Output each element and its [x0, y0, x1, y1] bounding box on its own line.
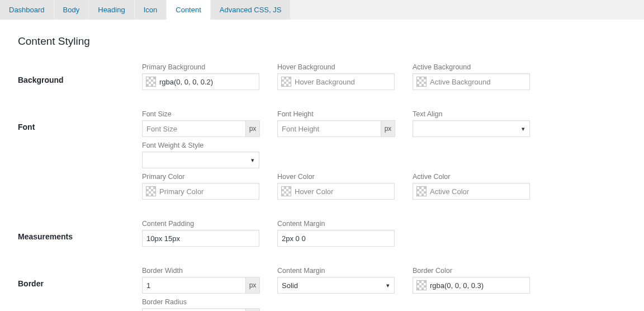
checker-swatch-icon	[146, 186, 156, 196]
label-font-height: Font Height	[277, 110, 413, 118]
panel-title: Content Styling	[18, 35, 626, 48]
content-margin-input[interactable]	[277, 230, 395, 247]
font-height-input[interactable]	[277, 120, 381, 137]
section-label-border: Border	[18, 267, 142, 288]
tab-icon[interactable]: Icon	[135, 0, 167, 20]
active-color-input[interactable]	[430, 187, 526, 196]
primary-color-input[interactable]	[159, 187, 255, 196]
border-style-select[interactable]: Solid	[277, 277, 395, 294]
unit-px: px	[245, 120, 260, 137]
label-border-style: Content Margin	[277, 267, 413, 275]
section-background: Background Primary Background Hover Back…	[18, 63, 626, 95]
checker-swatch-icon	[416, 186, 427, 196]
content-padding-input[interactable]	[142, 230, 259, 247]
label-hover-color: Hover Color	[277, 173, 413, 181]
active-background-input[interactable]	[430, 78, 526, 86]
tab-body[interactable]: Body	[54, 0, 89, 20]
section-font: Font Font Size px Font Height px Text Al…	[18, 110, 626, 204]
border-color-input[interactable]	[430, 281, 526, 290]
active-background-field[interactable]	[413, 73, 530, 90]
font-size-input[interactable]	[142, 120, 245, 137]
unit-px: px	[381, 120, 395, 137]
checker-swatch-icon	[416, 77, 427, 87]
active-color-field[interactable]	[413, 183, 530, 200]
border-radius-input[interactable]	[142, 308, 245, 311]
border-color-field[interactable]	[413, 277, 530, 294]
tab-advanced[interactable]: Advanced CSS, JS	[211, 0, 291, 20]
checker-swatch-icon	[416, 280, 427, 290]
label-primary-background: Primary Background	[142, 63, 277, 71]
hover-background-input[interactable]	[295, 78, 391, 86]
border-width-input[interactable]	[142, 277, 245, 294]
label-content-padding: Content Padding	[142, 220, 277, 228]
tab-bar: Dashboard Body Heading Icon Content Adva…	[0, 0, 644, 20]
hover-color-input[interactable]	[295, 187, 391, 196]
primary-color-field[interactable]	[142, 183, 259, 200]
label-border-color: Border Color	[413, 267, 548, 275]
tab-content[interactable]: Content	[167, 0, 210, 20]
checker-swatch-icon	[281, 186, 291, 196]
section-label-measurements: Measurements	[18, 220, 142, 241]
label-active-color: Active Color	[413, 173, 548, 181]
panel-content-styling: Content Styling Background Primary Backg…	[0, 20, 644, 311]
section-label-font: Font	[18, 110, 142, 131]
label-font-size: Font Size	[142, 110, 277, 118]
hover-background-field[interactable]	[277, 73, 395, 90]
label-hover-background: Hover Background	[277, 63, 413, 71]
section-label-background: Background	[18, 63, 142, 84]
unit-px: px	[245, 277, 260, 294]
label-active-background: Active Background	[413, 63, 548, 71]
section-border: Border Border Width px Content Margin So…	[18, 267, 626, 311]
label-content-margin: Content Margin	[277, 220, 413, 228]
font-weight-style-select[interactable]	[142, 152, 259, 168]
section-measurements: Measurements Content Padding Content Mar…	[18, 220, 626, 251]
hover-color-field[interactable]	[277, 183, 395, 200]
label-border-width: Border Width	[142, 267, 277, 275]
tab-dashboard[interactable]: Dashboard	[0, 0, 54, 20]
checker-swatch-icon	[281, 77, 291, 87]
label-text-align: Text Align	[413, 110, 548, 118]
label-primary-color: Primary Color	[142, 173, 277, 181]
tab-heading[interactable]: Heading	[89, 0, 134, 20]
text-align-select[interactable]	[413, 120, 530, 137]
label-font-weight-style: Font Weight & Style	[142, 142, 259, 149]
checker-swatch-icon	[146, 77, 156, 87]
primary-background-input[interactable]	[159, 78, 255, 86]
unit-px: px	[245, 308, 260, 311]
primary-background-field[interactable]	[142, 73, 259, 90]
label-border-radius: Border Radius	[142, 298, 260, 306]
